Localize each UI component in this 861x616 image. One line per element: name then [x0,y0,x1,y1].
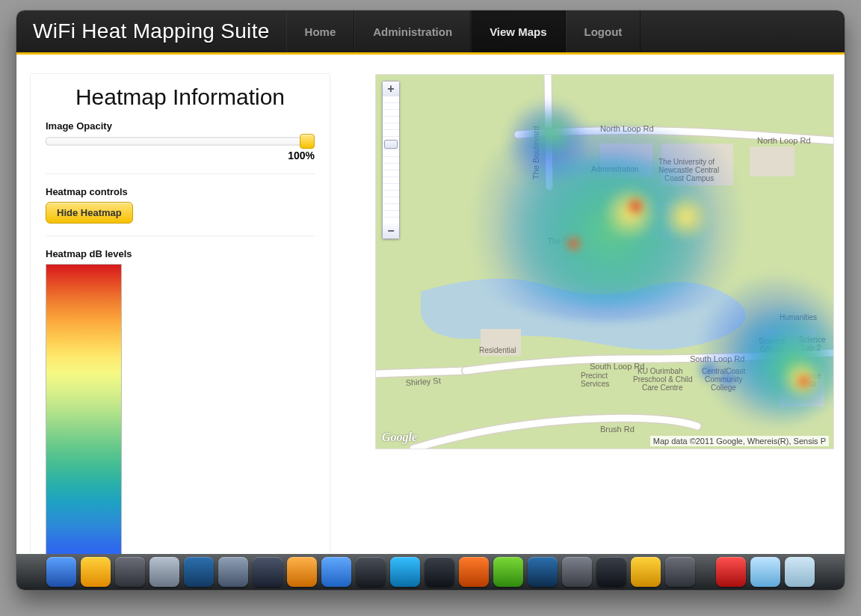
opacity-slider-thumb[interactable] [300,134,315,149]
sidebar-panel: Heatmap Information Image Opacity 100% H… [30,73,330,584]
app-header: WiFi Heat Mapping Suite Home Administrat… [16,10,845,55]
dock-app-icon[interactable] [528,557,558,587]
main-nav: Home Administration View Maps Logout [286,10,641,52]
zoom-in-button[interactable]: + [383,81,399,96]
divider [46,235,315,236]
controls-label: Heatmap controls [46,186,315,197]
dock-app-icon[interactable] [631,557,661,587]
dock-app-icon[interactable] [115,557,145,587]
dock-app-icon[interactable] [562,557,592,587]
nav-view-maps[interactable]: View Maps [471,10,565,52]
nav-logout[interactable]: Logout [566,10,641,52]
dock-app-icon[interactable] [149,557,179,587]
app-body: Heatmap Information Image Opacity 100% H… [16,55,845,590]
zoom-slider-thumb[interactable] [384,140,398,149]
dock-app-icon[interactable] [785,557,815,587]
opacity-label: Image Opacity [46,120,315,132]
map-zoom-control: + − [382,81,400,239]
dock-app-icon[interactable] [493,557,523,587]
dock-app-icon[interactable] [321,557,351,587]
sidebar-title: Heatmap Information [46,84,315,110]
opacity-value: 100% [46,150,315,161]
dock-app-icon[interactable] [253,557,283,587]
dock-app-icon[interactable] [459,557,489,587]
dock-app-icon[interactable] [356,557,386,587]
map-provider-logo: Google [382,431,417,444]
app-title: WiFi Heat Mapping Suite [16,19,286,43]
hide-heatmap-button[interactable]: Hide Heatmap [46,202,133,224]
opacity-slider-track [46,138,315,146]
db-legend-gradient [46,264,122,568]
browser-window: WiFi Heat Mapping Suite Home Administrat… [16,10,845,590]
dock-app-icon[interactable] [46,557,76,587]
dock-app-icon[interactable] [596,557,626,587]
zoom-out-button[interactable]: − [383,224,399,238]
dock-app-icon[interactable] [81,557,111,587]
dock-app-icon[interactable] [287,557,317,587]
map-canvas[interactable]: North Loop Rd North Loop Rd South Loop R… [375,74,834,449]
nav-administration[interactable]: Administration [354,10,471,52]
dock-app-icon[interactable] [184,557,214,587]
os-dock [16,554,845,590]
stage: WiFi Heat Mapping Suite Home Administrat… [0,0,861,616]
legend-label: Heatmap dB levels [46,248,315,259]
dock-app-icon[interactable] [390,557,420,587]
divider [46,173,315,174]
nav-home[interactable]: Home [286,10,355,52]
dock-app-icon[interactable] [716,557,746,587]
map-attribution: Map data ©2011 Google, Whereis(R), Sensi… [650,436,829,446]
opacity-slider[interactable] [46,136,315,147]
zoom-slider[interactable] [383,96,399,224]
dock-app-icon[interactable] [425,557,454,587]
dock-app-icon[interactable] [665,557,695,587]
heatmap-overlay [376,75,833,449]
dock-app-icon[interactable] [218,557,248,587]
dock-app-icon[interactable] [750,557,780,587]
